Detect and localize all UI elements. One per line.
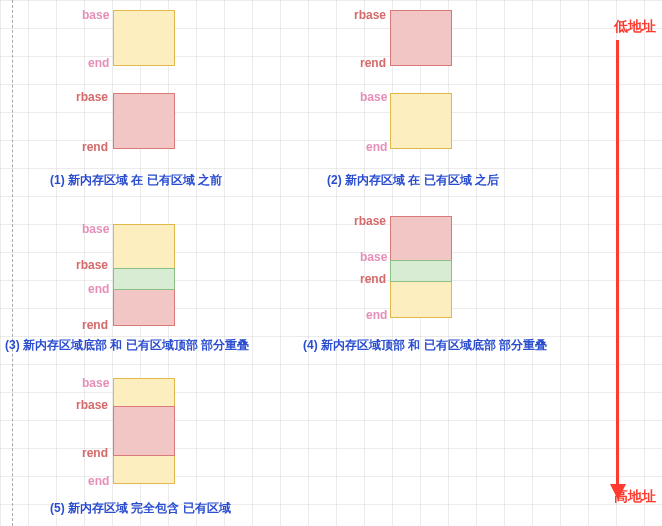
case3-rbase-label: rbase	[76, 258, 108, 272]
case2-base-label: base	[360, 90, 387, 104]
high-address-label: 高地址	[614, 488, 656, 506]
case4-rend-label: rend	[360, 272, 386, 286]
case1-rend-label: rend	[82, 140, 108, 154]
case3-rbase-bottom	[113, 290, 175, 326]
case2-caption: (2) 新内存区域 在 已有区域 之后	[327, 172, 499, 189]
dashed-axis	[12, 0, 13, 526]
case1-rbase-label: rbase	[76, 90, 108, 104]
case4-base-bottom	[390, 282, 452, 318]
case3-caption: (3) 新内存区域底部 和 已有区域顶部 部分重叠	[5, 337, 249, 354]
case5-rbase-label: rbase	[76, 398, 108, 412]
case5-base-bottom	[113, 456, 175, 484]
case1-caption: (1) 新内存区域 在 已有区域 之前	[50, 172, 222, 189]
case3-overlap	[113, 268, 175, 290]
case3-end-label: end	[88, 282, 109, 296]
case1-end-label: end	[88, 56, 109, 70]
case2-rbase-label: rbase	[354, 8, 386, 22]
case3-base-label: base	[82, 222, 109, 236]
case2-rend-label: rend	[360, 56, 386, 70]
case4-rbase-label: rbase	[354, 214, 386, 228]
case1-base-region	[113, 10, 175, 66]
case2-base-region	[390, 93, 452, 149]
case5-base-label: base	[82, 376, 109, 390]
case3-rend-label: rend	[82, 318, 108, 332]
case5-caption: (5) 新内存区域 完全包含 已有区域	[50, 500, 231, 517]
case5-rbase-region	[113, 406, 175, 456]
low-address-label: 低地址	[614, 18, 656, 36]
case5-end-label: end	[88, 474, 109, 488]
case1-rbase-region	[113, 93, 175, 149]
address-arrow-line	[616, 40, 619, 486]
case4-caption: (4) 新内存区域顶部 和 已有区域底部 部分重叠	[303, 337, 547, 354]
case5-rend-label: rend	[82, 446, 108, 460]
case2-rbase-region	[390, 10, 452, 66]
case4-end-label: end	[366, 308, 387, 322]
case4-overlap	[390, 260, 452, 282]
case5-base-top	[113, 378, 175, 406]
case1-base-label: base	[82, 8, 109, 22]
case4-rbase-top	[390, 216, 452, 260]
case2-end-label: end	[366, 140, 387, 154]
case4-base-label: base	[360, 250, 387, 264]
case3-base-top	[113, 224, 175, 268]
